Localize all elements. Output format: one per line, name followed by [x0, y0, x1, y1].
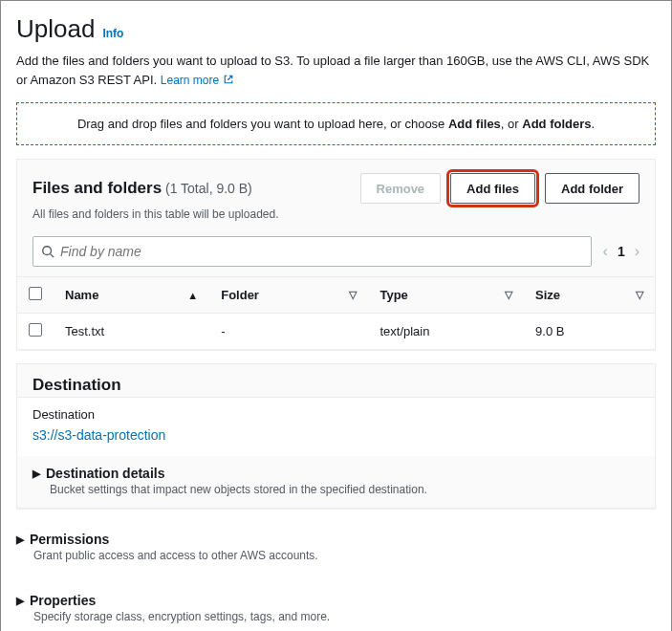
dropzone-add-files: Add files [448, 117, 501, 131]
destination-label: Destination [33, 407, 639, 422]
sort-icon: ▽ [636, 289, 643, 301]
destination-details-title: Destination details [46, 466, 164, 481]
remove-button[interactable]: Remove [360, 173, 442, 204]
destination-details-toggle[interactable]: ▶ Destination details [17, 456, 655, 481]
dropzone-text-middle: , or [501, 117, 522, 131]
permissions-section: ▶ Permissions Grant public access and ac… [16, 522, 656, 574]
col-type[interactable]: Type [379, 288, 407, 302]
destination-panel: Destination Destination s3://s3-data-pro… [16, 363, 656, 509]
permissions-toggle[interactable]: ▶ Permissions [16, 522, 656, 547]
col-folder[interactable]: Folder [221, 288, 259, 302]
learn-more-label: Learn more [161, 74, 219, 87]
dropzone-text-prefix: Drag and drop files and folders you want… [77, 117, 448, 131]
select-all-checkbox[interactable] [29, 287, 42, 300]
page-number: 1 [618, 244, 625, 259]
sort-icon: ▽ [505, 289, 512, 301]
dropzone-text-suffix: . [592, 117, 596, 131]
caret-right-icon: ▶ [16, 533, 24, 546]
files-and-folders-panel: Files and folders (1 Total, 9.0 B) Remov… [16, 159, 656, 350]
destination-link[interactable]: s3://s3-data-protection [33, 427, 165, 443]
add-folder-button[interactable]: Add folder [545, 173, 639, 204]
properties-section: ▶ Properties Specify storage class, encr… [16, 583, 656, 631]
caret-right-icon: ▶ [16, 595, 24, 607]
cell-size: 9.0 B [524, 314, 655, 350]
add-files-button[interactable]: Add files [450, 173, 535, 204]
svg-line-1 [51, 254, 54, 258]
table-row[interactable]: Test.txt - text/plain 9.0 B [17, 314, 655, 350]
info-link[interactable]: Info [102, 27, 123, 40]
sort-asc-icon: ▲ [187, 290, 198, 301]
pagination: ‹ 1 › [603, 243, 639, 260]
permissions-sub: Grant public access and access to other … [16, 547, 656, 574]
svg-point-0 [43, 247, 52, 255]
search-icon [41, 245, 54, 258]
caret-right-icon: ▶ [33, 468, 40, 480]
next-page-button[interactable]: › [635, 243, 639, 260]
learn-more-link[interactable]: Learn more [161, 74, 234, 87]
page-title: Upload [16, 14, 95, 44]
files-panel-title: Files and folders [33, 179, 162, 197]
cell-folder: - [209, 314, 368, 350]
search-box[interactable] [33, 236, 592, 267]
permissions-title: Permissions [30, 532, 109, 547]
external-link-icon [223, 74, 234, 85]
properties-toggle[interactable]: ▶ Properties [16, 583, 656, 608]
col-name[interactable]: Name [65, 288, 98, 302]
files-table: Name▲ Folder▽ Type▽ Size▽ Test.txt - tex… [17, 276, 655, 349]
description-text: Add the files and folders you want to up… [16, 54, 649, 87]
destination-title: Destination [33, 376, 639, 395]
col-size[interactable]: Size [535, 288, 560, 302]
dropzone-add-folders: Add folders [522, 117, 591, 131]
cell-type: text/plain [368, 314, 524, 350]
prev-page-button[interactable]: ‹ [603, 243, 608, 260]
cell-name: Test.txt [54, 314, 209, 350]
dropzone[interactable]: Drag and drop files and folders you want… [16, 102, 656, 145]
files-panel-subtitle: All files and folders in this table will… [17, 207, 655, 230]
files-panel-count: (1 Total, 9.0 B) [165, 181, 252, 196]
properties-sub: Specify storage class, encryption settin… [16, 608, 656, 631]
destination-details-sub: Bucket settings that impact new objects … [17, 481, 655, 508]
search-input[interactable] [54, 244, 583, 259]
properties-title: Properties [30, 593, 96, 608]
sort-icon: ▽ [349, 289, 357, 301]
row-checkbox[interactable] [29, 323, 42, 337]
page-description: Add the files and folders you want to up… [16, 52, 656, 89]
